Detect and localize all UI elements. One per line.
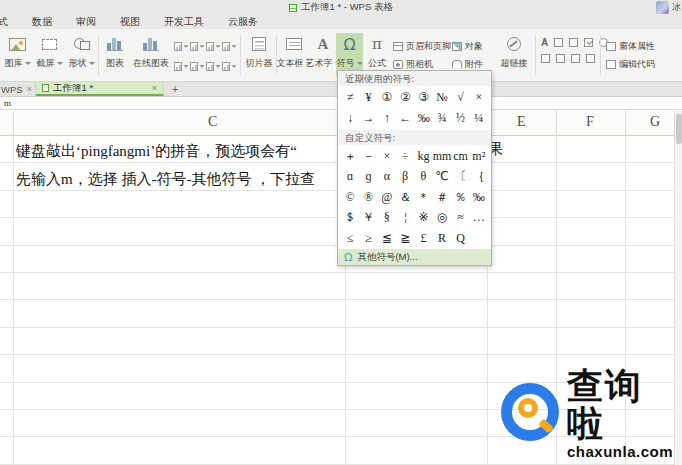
gallery-button[interactable]: 图库 xyxy=(2,33,33,77)
symbol-cell[interactable]: ↓ xyxy=(341,108,359,129)
symbol-cell[interactable]: → xyxy=(359,108,377,129)
symbol-cell[interactable]: ＆ xyxy=(396,187,414,208)
more-symbols-button[interactable]: Ω 其他符号(M)... xyxy=(338,249,491,265)
user-name[interactable]: 冰 xyxy=(672,1,682,14)
form-button-control-icon[interactable] xyxy=(569,38,578,47)
symbol-cell[interactable]: √ xyxy=(451,87,469,108)
symbol-cell[interactable]: ◎ xyxy=(433,208,452,229)
symbol-cell[interactable]: ＃ xyxy=(433,187,452,208)
symbol-cell[interactable]: β xyxy=(396,167,414,188)
cell-text-line2[interactable]: 先输入m，选择 插入-符号-其他符号 ，下拉查 xyxy=(16,170,315,189)
chart-type-pie-button[interactable] xyxy=(206,36,221,56)
symbol-cell[interactable]: ￥ xyxy=(359,208,377,229)
symbol-cell[interactable]: ¼ xyxy=(470,108,488,129)
cell-text-line1[interactable]: 键盘敲出‘pingfangmi’的拼音，预选项会有“ xyxy=(16,142,297,161)
symbol-cell[interactable]: － xyxy=(359,146,377,167)
form-combobox-control-icon[interactable] xyxy=(556,54,565,63)
symbol-cell[interactable]: ￤ xyxy=(396,208,414,229)
symbol-cell[interactable]: θ xyxy=(414,167,432,188)
tab-active-doc[interactable]: 工作簿1 * × xyxy=(36,82,164,96)
column-header-c[interactable]: C xyxy=(208,114,217,130)
tab-background-doc[interactable]: WPS × xyxy=(0,82,36,96)
chart-type-column-button[interactable] xyxy=(174,36,189,56)
form-spinner-control-icon[interactable] xyxy=(586,54,595,63)
symbol-cell[interactable]: ≧ xyxy=(396,228,414,249)
form-groupbox-control-icon[interactable] xyxy=(554,38,563,47)
symbol-cell[interactable]: × xyxy=(470,87,488,108)
symbol-cell[interactable]: £ xyxy=(414,228,432,249)
close-icon[interactable]: × xyxy=(152,83,157,93)
symbol-cell[interactable]: ‰ xyxy=(415,108,433,129)
column-header-e[interactable]: E xyxy=(517,114,526,130)
camera-button[interactable]: 照相机 xyxy=(393,58,451,71)
symbol-cell[interactable]: ÷ xyxy=(396,146,414,167)
new-tab-button[interactable]: + xyxy=(164,82,186,96)
textbox-button[interactable]: 文本框 xyxy=(278,33,310,77)
symbol-cell[interactable]: ¾ xyxy=(433,108,451,129)
user-avatar[interactable] xyxy=(656,1,669,14)
menu-item[interactable]: 开发工具 xyxy=(164,15,204,29)
chart-type-bar-button[interactable] xyxy=(190,56,205,76)
symbol-cell[interactable]: ↑ xyxy=(378,108,396,129)
symbol-cell[interactable]: © xyxy=(341,187,359,208)
symbol-cell[interactable]: ① xyxy=(378,87,396,108)
symbol-cell[interactable]: × xyxy=(378,146,396,167)
symbol-cell[interactable]: ② xyxy=(396,87,414,108)
symbol-cell[interactable]: ＊ xyxy=(414,187,432,208)
chart-type-scatter-button[interactable] xyxy=(222,36,237,56)
symbol-cell[interactable]: ≥ xyxy=(359,228,377,249)
symbol-cell[interactable]: ← xyxy=(396,108,414,129)
symbol-cell[interactable]: 〔 xyxy=(451,167,469,188)
symbol-cell[interactable]: ｛ xyxy=(470,167,488,188)
symbol-cell[interactable]: @ xyxy=(378,187,396,208)
object-button[interactable]: 对象 xyxy=(452,40,483,53)
column-header-g[interactable]: G xyxy=(650,114,660,130)
menu-item[interactable]: 审阅 xyxy=(76,15,96,29)
symbol-cell[interactable]: ≠ xyxy=(341,87,359,108)
hyperlink-button[interactable]: 超链接 xyxy=(496,33,532,77)
symbol-cell[interactable]: kg xyxy=(414,146,432,167)
symbol-cell[interactable]: α xyxy=(378,167,396,188)
symbol-cell[interactable]: ≦ xyxy=(378,228,396,249)
chart-type-line-button[interactable] xyxy=(190,36,205,56)
symbol-cell[interactable]: ％ xyxy=(451,187,469,208)
symbol-cell[interactable]: Q xyxy=(451,228,469,249)
online-chart-button[interactable]: 在线图表 xyxy=(130,33,172,77)
scrollbar-thumb[interactable] xyxy=(676,114,682,144)
symbol-cell[interactable]: ③ xyxy=(415,87,433,108)
attachment-button[interactable]: 附件 xyxy=(452,58,483,71)
symbol-cell[interactable]: m² xyxy=(470,146,488,167)
menu-item[interactable]: 式 xyxy=(0,15,8,29)
close-icon[interactable]: × xyxy=(27,84,32,94)
chart-type-combo-button[interactable] xyxy=(222,56,237,76)
symbol-cell[interactable]: ¥ xyxy=(359,87,377,108)
symbol-cell[interactable]: … xyxy=(470,208,488,229)
symbol-cell[interactable]: ≈ xyxy=(451,208,469,229)
shapes-button[interactable]: 形状 xyxy=(66,33,97,77)
menu-item[interactable]: 视图 xyxy=(120,15,140,29)
symbol-cell[interactable]: ※ xyxy=(414,208,432,229)
symbol-cell[interactable]: ＄ xyxy=(341,208,359,229)
symbol-cell[interactable]: ℃ xyxy=(433,167,452,188)
header-footer-button[interactable]: 页眉和页脚 xyxy=(393,40,451,53)
symbol-cell[interactable]: mm xyxy=(433,146,452,167)
slicer-button[interactable]: 切片器 xyxy=(243,33,275,77)
symbol-cell[interactable]: ‰ xyxy=(470,187,488,208)
menu-item[interactable]: 云服务 xyxy=(228,15,258,29)
chart-button[interactable]: 图表 xyxy=(100,33,130,77)
form-checkbox-control-icon[interactable] xyxy=(584,38,593,47)
symbol-cell[interactable]: ɡ xyxy=(359,167,377,188)
symbol-cell[interactable]: ɑ xyxy=(341,167,359,188)
form-scrollbar-control-icon[interactable] xyxy=(571,54,580,63)
wordart-button[interactable]: A 艺术字 xyxy=(308,33,338,77)
symbol-cell[interactable]: ® xyxy=(359,187,377,208)
symbol-cell[interactable]: № xyxy=(433,87,451,108)
edit-code-button[interactable]: 编辑代码 xyxy=(606,58,655,71)
symbol-cell[interactable]: ≤ xyxy=(341,228,359,249)
column-header-f[interactable]: F xyxy=(586,114,594,130)
symbol-cell[interactable]: § xyxy=(378,208,396,229)
form-properties-button[interactable]: 窗体属性 xyxy=(606,40,655,53)
symbol-cell[interactable]: cm xyxy=(451,146,469,167)
symbol-cell[interactable]: R xyxy=(433,228,452,249)
symbol-cell[interactable]: ½ xyxy=(451,108,469,129)
